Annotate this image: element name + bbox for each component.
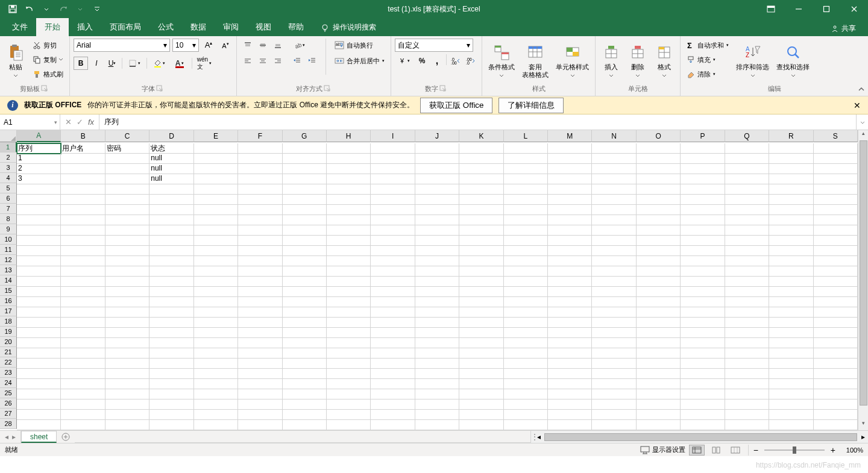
cell-D3[interactable]: null	[149, 164, 193, 174]
cell-R7[interactable]	[769, 205, 813, 215]
cell-E21[interactable]	[194, 348, 238, 359]
cell-P24[interactable]	[681, 379, 725, 389]
cell-L5[interactable]	[504, 184, 548, 195]
cell-D28[interactable]	[149, 420, 193, 430]
cell-A14[interactable]	[17, 277, 61, 287]
cell-G22[interactable]	[283, 359, 327, 369]
row-header-17[interactable]: 17	[0, 306, 17, 316]
cell-J7[interactable]	[415, 205, 459, 215]
cell-G16[interactable]	[283, 297, 327, 307]
delete-cells-button[interactable]: 删除	[626, 39, 650, 83]
cell-R19[interactable]	[769, 328, 813, 338]
cell-M5[interactable]	[548, 184, 592, 195]
cell-Q4[interactable]	[725, 174, 769, 184]
cell-L27[interactable]	[504, 410, 548, 420]
cell-D22[interactable]	[149, 359, 193, 369]
cell-S10[interactable]	[814, 236, 858, 246]
cell-A9[interactable]	[17, 225, 61, 236]
cell-M21[interactable]	[548, 348, 592, 359]
cell-H11[interactable]	[327, 246, 371, 256]
cell-Q1[interactable]	[725, 143, 769, 154]
cell-J15[interactable]	[415, 287, 459, 297]
col-header-F[interactable]: F	[238, 130, 282, 142]
cell-B27[interactable]	[61, 410, 105, 420]
cell-G3[interactable]	[283, 164, 327, 174]
cell-H28[interactable]	[327, 420, 371, 430]
cell-B21[interactable]	[61, 348, 105, 359]
cell-F25[interactable]	[238, 389, 282, 399]
cell-A21[interactable]	[17, 348, 61, 359]
paste-button[interactable]: 粘贴	[4, 39, 28, 83]
cell-B2[interactable]	[61, 154, 105, 164]
cell-L28[interactable]	[504, 420, 548, 430]
cell-P19[interactable]	[681, 328, 725, 338]
tab-页面布局[interactable]: 页面布局	[101, 18, 149, 36]
font-name-combo[interactable]: Arial▾	[74, 39, 170, 52]
cell-M17[interactable]	[548, 307, 592, 318]
cell-P17[interactable]	[681, 307, 725, 318]
cell-M16[interactable]	[548, 297, 592, 307]
cell-B5[interactable]	[61, 184, 105, 195]
cell-I8[interactable]	[371, 215, 415, 225]
bottom-align-button[interactable]	[271, 39, 285, 52]
cell-D24[interactable]	[149, 379, 193, 389]
cell-S21[interactable]	[814, 348, 858, 359]
cell-H25[interactable]	[327, 389, 371, 399]
cell-G28[interactable]	[283, 420, 327, 430]
collapse-ribbon-button[interactable]	[857, 85, 866, 93]
find-select-button[interactable]: 查找和选择	[774, 39, 812, 83]
cell-S23[interactable]	[814, 369, 858, 379]
cell-A7[interactable]	[17, 205, 61, 215]
cell-J17[interactable]	[415, 307, 459, 318]
clear-button[interactable]: 清除 ▾	[684, 67, 731, 81]
cell-G5[interactable]	[283, 184, 327, 195]
cell-G17[interactable]	[283, 307, 327, 318]
cell-M22[interactable]	[548, 359, 592, 369]
cell-B12[interactable]	[61, 256, 105, 266]
sheet-tab[interactable]: sheet	[21, 431, 57, 443]
cell-P27[interactable]	[681, 410, 725, 420]
cell-B1[interactable]: 用户名	[61, 143, 105, 154]
font-launcher-icon[interactable]	[156, 85, 165, 93]
cell-C8[interactable]	[105, 215, 149, 225]
cell-G4[interactable]	[283, 174, 327, 184]
row-header-14[interactable]: 14	[0, 275, 17, 286]
cell-K3[interactable]	[459, 164, 503, 174]
col-header-S[interactable]: S	[814, 130, 858, 142]
cell-A5[interactable]	[17, 184, 61, 195]
cell-N10[interactable]	[592, 236, 636, 246]
cell-D5[interactable]	[149, 184, 193, 195]
minimize-button[interactable]	[785, 0, 813, 18]
cell-S24[interactable]	[814, 379, 858, 389]
cell-L16[interactable]	[504, 297, 548, 307]
cell-C9[interactable]	[105, 225, 149, 236]
cell-C25[interactable]	[105, 389, 149, 399]
cell-L9[interactable]	[504, 225, 548, 236]
cell-J18[interactable]	[415, 318, 459, 328]
cell-E15[interactable]	[194, 287, 238, 297]
cell-L6[interactable]	[504, 195, 548, 205]
cell-A13[interactable]	[17, 266, 61, 277]
col-header-P[interactable]: P	[681, 130, 725, 142]
cell-O16[interactable]	[637, 297, 681, 307]
cell-E1[interactable]	[194, 143, 238, 154]
clipboard-launcher-icon[interactable]	[41, 85, 49, 93]
decrease-decimal-button[interactable]: .00.0	[464, 54, 478, 67]
cell-J21[interactable]	[415, 348, 459, 359]
cell-H15[interactable]	[327, 287, 371, 297]
cell-O1[interactable]	[637, 143, 681, 154]
cell-M10[interactable]	[548, 236, 592, 246]
cell-K1[interactable]	[459, 143, 503, 154]
cell-K9[interactable]	[459, 225, 503, 236]
cell-S25[interactable]	[814, 389, 858, 399]
cell-N12[interactable]	[592, 256, 636, 266]
cell-N18[interactable]	[592, 318, 636, 328]
cell-J11[interactable]	[415, 246, 459, 256]
cell-O15[interactable]	[637, 287, 681, 297]
row-header-4[interactable]: 4	[0, 173, 17, 183]
cell-Q8[interactable]	[725, 215, 769, 225]
cell-H27[interactable]	[327, 410, 371, 420]
cell-L8[interactable]	[504, 215, 548, 225]
row-header-9[interactable]: 9	[0, 224, 17, 234]
cell-N20[interactable]	[592, 338, 636, 348]
